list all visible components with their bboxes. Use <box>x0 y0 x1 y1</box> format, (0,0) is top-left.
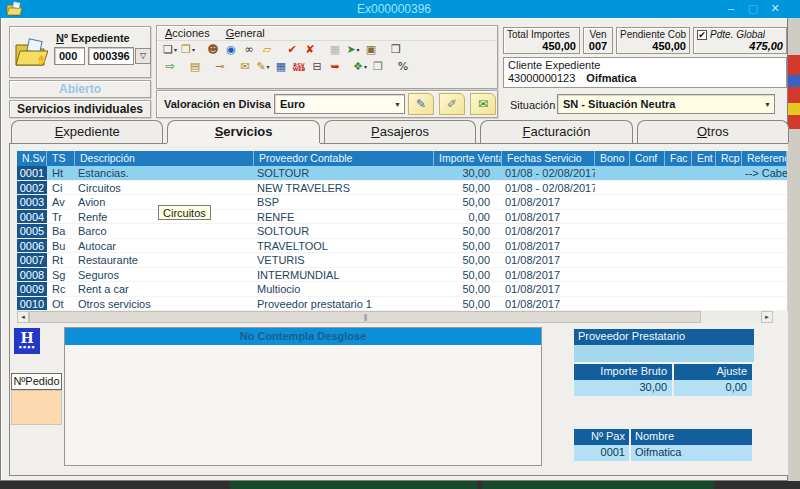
maximize-button[interactable]: ▢ <box>742 0 764 18</box>
proveedor-prestatario-value[interactable] <box>574 345 754 362</box>
eraser-button[interactable]: ▱ <box>258 42 276 58</box>
close-button[interactable]: ✕ <box>764 0 786 18</box>
menubar: AccionesGeneral <box>157 26 497 41</box>
titlebar: Ex000000396 – ▢ ✕ <box>0 0 800 18</box>
cliente-expediente-value[interactable]: 43000000123 Oifmatica <box>504 71 786 85</box>
horizontal-scrollbar[interactable]: ◄ ||| ► <box>17 311 773 323</box>
column-conf[interactable]: Conf <box>630 151 665 166</box>
open-folder-button[interactable]: ▤ <box>186 59 204 75</box>
column-fechas-servicio[interactable]: Fechas Servicio <box>502 151 595 166</box>
column-proveedor[interactable]: Proveedor Contable <box>254 151 434 166</box>
print-button[interactable]: ⊟ <box>308 59 326 75</box>
expediente-box: ✋ Nº Expediente 000 000396 ▽ <box>9 26 151 78</box>
cliente-code: 43000000123 <box>508 72 575 84</box>
column-ts[interactable]: TS <box>47 151 75 166</box>
pax-row[interactable]: 0001 Oifmatica <box>574 445 754 461</box>
servicios-tab-panel: N.SvTSDescripciónProveedor ContableImpor… <box>9 143 789 476</box>
situacion-value: SN - Situación Neutra <box>563 98 675 110</box>
tab-servicios[interactable]: Servicios <box>167 120 319 143</box>
client-file-button[interactable]: ☻ <box>204 42 222 58</box>
search-binoculars-button[interactable]: ∞ <box>240 42 258 58</box>
calculator-button[interactable]: ▦ <box>272 59 290 75</box>
importe-bruto-value: 30,00 <box>574 380 674 396</box>
menu-acciones[interactable]: Acciones <box>165 27 210 40</box>
pendiente-cobro-box: Pendiente Cobro 450,00 <box>616 27 690 54</box>
column-nsv[interactable]: N.Sv <box>17 151 47 166</box>
quick-icons: ✎✐✉ <box>408 93 496 115</box>
scroll-right-button[interactable]: ► <box>761 311 773 323</box>
document-preview-button[interactable]: ❒ <box>387 42 405 58</box>
pdte-global-box: ✔ Pdte. Global 475,00 <box>693 27 787 54</box>
paste-button[interactable]: ▦ <box>326 42 344 58</box>
toolbar-row-1: ❏▾❐▾☻◉∞▱✔✘▦➤▾▣❒ <box>157 41 497 58</box>
ajuste-header: Ajuste <box>674 364 754 380</box>
menu-general[interactable]: General <box>226 27 265 40</box>
horizontal-scroll-thumb[interactable]: ||| <box>29 311 701 323</box>
column-fac[interactable]: Fac <box>665 151 692 166</box>
mail-button[interactable]: ✉ <box>236 59 254 75</box>
services-table-body: 0001 Ht Estancias. SOLTOUR 30,00 01/08 -… <box>17 166 787 311</box>
pedido-field[interactable] <box>11 390 62 425</box>
servicios-individuales-button[interactable]: Servicios individuales <box>9 100 151 118</box>
table-row[interactable]: 0004 Tr Renfe RENFE 0,00 01/08/2017 <box>17 210 787 225</box>
rsv-web-button[interactable]: RSV WEB <box>290 59 308 75</box>
pax-number-value: 0001 <box>574 445 631 461</box>
tab-facturacion[interactable]: Facturación <box>480 120 632 143</box>
divisa-value: Euro <box>280 98 305 110</box>
transfer-bag-button[interactable]: ❖▾ <box>351 59 369 75</box>
table-row[interactable]: 0003 Av Avion BSP 50,00 01/08/2017 <box>17 195 787 210</box>
column-descripcion[interactable]: Descripción <box>75 151 254 166</box>
column-importe-venta[interactable]: Importe Venta <box>434 151 502 166</box>
svg-text:✋: ✋ <box>36 54 48 66</box>
table-row[interactable]: 0009 Rc Rent a car Multiocio 50,00 01/08… <box>17 282 787 297</box>
scroll-left-button[interactable]: ◄ <box>17 311 29 323</box>
table-row[interactable]: 0010 Ot Otros servicios Proveedor presta… <box>17 297 787 312</box>
note-pin-button[interactable]: ✎ <box>408 93 434 115</box>
table-row[interactable]: 0006 Bu Autocar TRAVELTOOL 50,00 01/08/2… <box>17 239 787 254</box>
send-note-button[interactable]: ✉ <box>470 93 496 115</box>
pedido-label: NºPedido <box>11 373 62 390</box>
view-service-button[interactable]: ◉ <box>222 42 240 58</box>
key-permissions-button[interactable]: ⊸ <box>211 59 229 75</box>
expediente-lookup-button[interactable]: ▽ <box>135 48 151 64</box>
divisa-dropdown[interactable]: Euro ▼ <box>274 94 405 114</box>
window-title: Ex000000396 <box>0 2 788 16</box>
column-rcp[interactable]: Rcp <box>716 151 742 166</box>
tabbar: ExpedienteServiciosPasajerosFacturaciónO… <box>11 120 789 143</box>
percent-button[interactable]: % <box>394 59 412 75</box>
tab-expediente[interactable]: Expediente <box>11 120 163 143</box>
minimize-button[interactable]: – <box>720 0 742 18</box>
cliente-expediente-label: Cliente Expediente <box>504 58 786 71</box>
cliente-name: Oifmatica <box>586 72 636 84</box>
pdte-global-label: Pdte. Global <box>710 29 765 40</box>
cancel-cross-button[interactable]: ✘ <box>301 42 319 58</box>
pendiente-cobro-value: 450,00 <box>620 40 686 52</box>
tab-pasajeros[interactable]: Pasajeros <box>324 120 476 143</box>
table-row[interactable]: 0002 Ci Circuitos NEW TRAVELERS 50,00 01… <box>17 181 787 196</box>
window-grid-button[interactable]: ❐ <box>369 59 387 75</box>
situacion-dropdown[interactable]: SN - Situación Neutra ▼ <box>557 94 775 114</box>
column-referencia[interactable]: Referencia D <box>742 151 787 166</box>
exit-door-button[interactable]: ⇨ <box>161 59 179 75</box>
chevron-down-icon: ▼ <box>764 101 771 108</box>
pdte-global-checkbox[interactable]: ✔ <box>697 30 707 40</box>
table-row[interactable]: 0005 Ba Barco SOLTOUR 50,00 01/08/2017 <box>17 224 787 239</box>
table-row[interactable]: 0007 Rt Restaurante VETURIS 50,00 01/08/… <box>17 253 787 268</box>
expediente-number-field[interactable]: 000396 <box>88 47 134 65</box>
new-service-button[interactable]: ❏▾ <box>161 42 179 58</box>
forward-edit-button[interactable]: ➤▾ <box>344 42 362 58</box>
redo-arrow-button[interactable]: ➥ <box>326 59 344 75</box>
table-row[interactable]: 0008 Sg Seguros INTERMUNDIAL 50,00 01/08… <box>17 268 787 283</box>
column-bono[interactable]: Bono <box>595 151 630 166</box>
confirm-check-button[interactable]: ✔ <box>283 42 301 58</box>
note-draw-button[interactable]: ✐ <box>439 93 465 115</box>
tab-otros[interactable]: Otros <box>637 120 789 143</box>
office-code-field[interactable]: 000 <box>54 47 85 65</box>
archive-folder-button[interactable]: ▣ <box>362 42 380 58</box>
notes-button[interactable]: ✎▾ <box>254 59 272 75</box>
table-row[interactable]: 0001 Ht Estancias. SOLTOUR 30,00 01/08 -… <box>17 166 787 181</box>
duplicate-service-button[interactable]: ❐▾ <box>179 42 197 58</box>
hotel-icon: H ▪▪▪▪ <box>14 328 40 354</box>
pendiente-cobro-label: Pendiente Cobro <box>620 29 686 40</box>
column-ent[interactable]: Ent <box>692 151 716 166</box>
